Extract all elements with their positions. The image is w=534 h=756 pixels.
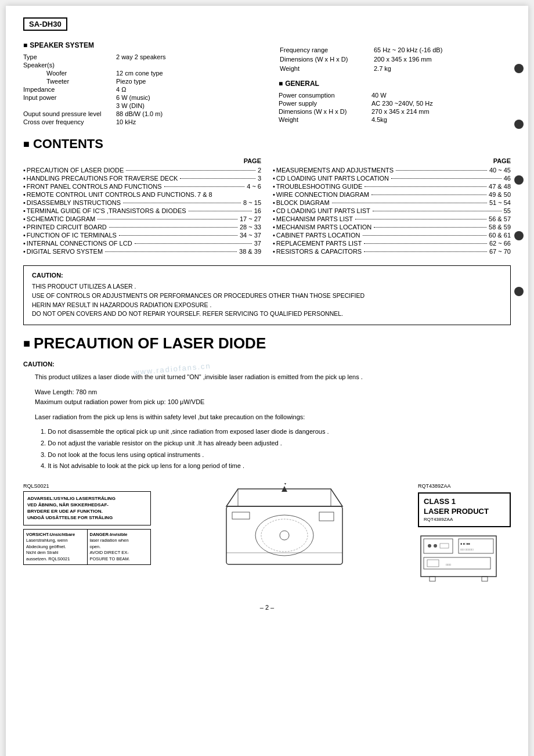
- toc-right-text-4: WIRE CONNECTION DIAGRAM: [276, 191, 369, 198]
- toc-page-1: 2: [258, 167, 261, 174]
- spec-row-type: Type 2 way 2 speakers: [23, 53, 255, 61]
- general-spec-table: Power consumption 40 W Power supply AC 2…: [279, 91, 511, 124]
- toc-right-item-6: • CD LOADING UNIT PARTS LIST 55: [273, 207, 511, 214]
- spec-label-woofer: Woofer: [23, 69, 116, 77]
- contents-left-col: PAGE • PRECAUTION OF LASER DIODE 2 • HAN…: [23, 157, 261, 256]
- toc-right-page-4: 49 & 50: [489, 191, 511, 198]
- spec-value-crossover: 10 kHz: [116, 118, 255, 126]
- toc-right-page-9: 60 & 61: [489, 232, 511, 239]
- toc-right-page-7: 56 & 57: [489, 215, 511, 222]
- indicator-5: [514, 287, 524, 296]
- indicator-3: [514, 175, 524, 185]
- svg-rect-22: [482, 577, 488, 581]
- device-sketch-svg: ■ ■□■■ □□ □□□□□ □□□: [418, 533, 499, 591]
- toc-text-1: PRECAUTION OF LASER DIODE: [27, 167, 124, 174]
- danger-right: DANGER-Invisible laser radiation when op…: [88, 530, 151, 565]
- svg-rect-8: [232, 512, 250, 519]
- toc-right-item-4: • WIRE CONNECTION DIAGRAM 49 & 50: [273, 191, 511, 198]
- toc-item-11: • DIGITAL SERVO SYSTEM 38 & 39: [23, 248, 261, 255]
- page-label-right: PAGE: [273, 157, 511, 164]
- spec-value-type: 2 way 2 speakers: [116, 53, 255, 61]
- toc-right-item-2: • CD LOADING UNIT PARTS LOCATION 46: [273, 175, 511, 182]
- speaker-system-title: SPEAKER SYSTEM: [23, 41, 255, 49]
- spec-label-output: Ouput sound pressure level: [23, 110, 116, 118]
- spec-row-impedance: Impedance 4 Ω: [23, 85, 255, 93]
- caution-line-4: DO NOT OPEN COVERS AND DO NOT REPAIR YOU…: [32, 309, 502, 319]
- toc-page-10: 37: [254, 240, 261, 247]
- svg-point-15: [434, 544, 437, 548]
- toc-text-4: REMOTE CONTROL UNIT CONTROLS AND FUNCTIO…: [27, 191, 196, 198]
- toc-text-7: SCHEMATIC DIAGRAM: [27, 215, 95, 222]
- laser-list-2: 2. Do not adjust the variable resistor o…: [41, 438, 511, 449]
- freq-label: Frequency range: [280, 46, 373, 54]
- svg-rect-7: [319, 512, 334, 521]
- danger-right-title: DANGER-Invisible: [90, 532, 128, 537]
- speaker-system-col: SPEAKER SYSTEM Type 2 way 2 speakers Spe…: [23, 41, 255, 126]
- general-label-power-consumption: Power consumption: [279, 91, 371, 99]
- toc-item-10: • INTERNAL CONNECTIONS OF LCD 37: [23, 240, 261, 247]
- right-specs-col: Frequency range 65 Hz ~ 20 kHz (-16 dB) …: [279, 41, 511, 126]
- class1-line1: CLASS 1: [424, 497, 505, 507]
- spec-value-output: 88 dB/W (1.0 m): [116, 110, 255, 118]
- toc-right-text-8: MECHANISM PARTS LOCATION: [276, 224, 371, 231]
- toc-text-8: PRINTED CIRCUIT BOARD: [27, 224, 107, 231]
- model-tag: SA-DH30: [23, 17, 67, 31]
- laser-list-1: 1. Do not disassemble the optical pick u…: [41, 427, 511, 437]
- svg-rect-13: [424, 557, 490, 569]
- spec-label-tweeter: Tweeter: [23, 77, 116, 85]
- toc-right-item-9: • CABINET PARTS LOCATION 60 & 61: [273, 232, 511, 239]
- device-sketch: ■ ■□■■ □□ □□□□□ □□□: [418, 533, 511, 592]
- svg-point-5: [261, 519, 308, 552]
- laser-body-1: This product utilizes a laser diode with…: [35, 372, 511, 383]
- svg-point-3: [255, 515, 313, 556]
- spec-row-input-power-din: 3 W (DIN): [23, 102, 255, 110]
- svg-rect-21: [430, 577, 435, 581]
- page-number: – 2 –: [23, 604, 511, 611]
- toc-page-3: 4 ~ 6: [247, 183, 261, 190]
- spec-row-output: Ouput sound pressure level 88 dB/W (1.0 …: [23, 110, 255, 118]
- indicator-4: [514, 231, 524, 240]
- toc-text-2: HANDLING PRECAUTIONS FOR TRAVERSE DECK: [27, 175, 178, 182]
- svg-rect-12: [459, 539, 493, 553]
- label-box-left: RQLS0021 ADVARSEL:USYNLIG LASERSTRÂLING …: [23, 483, 151, 565]
- indicator-1: [514, 64, 524, 73]
- danger-left-title: VORSICHT-Unsichtbare: [26, 532, 75, 537]
- label-code-left: RQLS0021: [23, 483, 151, 489]
- dim-value: 200 x 345 x 196 mm: [374, 55, 442, 63]
- speaker-spec-table: Type 2 way 2 speakers Speaker(s) Woofer …: [23, 53, 255, 126]
- dim-row: Dimensions (W x H x D) 200 x 345 x 196 m…: [280, 55, 442, 63]
- toc-item-1: • PRECAUTION OF LASER DIODE 2: [23, 167, 261, 174]
- toc-right-text-3: TROUBLESHOOTING GUIDE: [276, 183, 363, 190]
- svg-rect-16: [440, 543, 449, 548]
- specs-row: SPEAKER SYSTEM Type 2 way 2 speakers Spe…: [23, 41, 511, 126]
- toc-item-3: • FRONT PANEL CONTROLS AND FUNCTIONS 4 ~…: [23, 183, 261, 190]
- toc-right-page-1: 40 ~ 45: [489, 167, 511, 174]
- toc-item-2: • HANDLING PRECAUTIONS FOR TRAVERSE DECK…: [23, 175, 261, 182]
- danger-left: VORSICHT-Unsichtbare Laserstrahlung, wen…: [24, 530, 88, 565]
- general-value-weight: 4.5kg: [371, 116, 511, 124]
- toc-item-4: • REMOTE CONTROL UNIT CONTROLS AND FUNCT…: [23, 191, 261, 198]
- toc-item-6: • TERMINAL GUIDE OF IC'S ,TRANSISTORS & …: [23, 207, 261, 214]
- spec-value-woofer: 12 cm cone type: [116, 69, 255, 77]
- toc-item-8: • PRINTED CIRCUIT BOARD 28 ~ 33: [23, 224, 261, 231]
- svg-text:▼: ▼: [283, 483, 287, 485]
- caution-box: CAUTION: THIS PRODUCT UTILIZES A LASER .…: [23, 265, 511, 325]
- toc-text-9: FUNCTION OF IC TERMINALS: [27, 232, 117, 239]
- laser-caution-label: CAUTION:: [23, 361, 511, 368]
- general-row-power-supply: Power supply AC 230 ~240V, 50 Hz: [279, 99, 511, 107]
- spec-row-tweeter: Tweeter Piezo type: [23, 77, 255, 85]
- caution-box-title: CAUTION:: [32, 272, 502, 279]
- rqt-code: RQT4389ZAA: [418, 483, 511, 489]
- spec-label-din: [23, 102, 116, 110]
- toc-page-5: 8 ~ 15: [243, 199, 261, 206]
- toc-right-text-1: MEASUREMENTS AND ADJUSTMENTS: [276, 167, 394, 174]
- toc-page-8: 28 ~ 33: [240, 224, 261, 231]
- svg-text:□□ □□□□□: □□ □□□□□: [460, 548, 474, 551]
- toc-item-5: • DISASSEMBLY INSTRUCTIONS 8 ~ 15: [23, 199, 261, 206]
- toc-item-7: • SCHEMATIC DIAGRAM 17 ~ 27: [23, 215, 261, 222]
- general-row-power-consumption: Power consumption 40 W: [279, 91, 511, 99]
- spec-value-impedance: 4 Ω: [116, 85, 255, 93]
- freq-value: 65 Hz ~ 20 kHz (-16 dB): [374, 46, 442, 54]
- label-warning-box: ADVARSEL:USYNLIG LASERSTRÂLING VED ÅBNIN…: [23, 491, 151, 525]
- toc-text-10: INTERNAL CONNECTIONS OF LCD: [27, 240, 132, 247]
